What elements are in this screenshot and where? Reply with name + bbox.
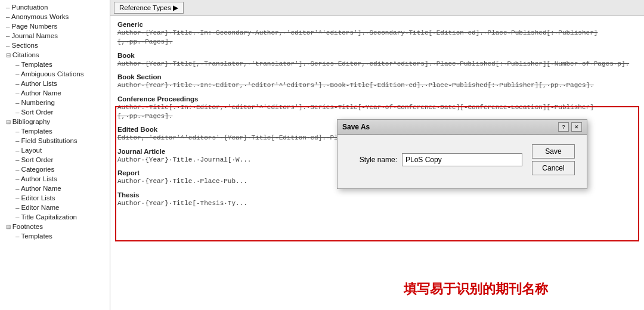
sidebar-item-editor-name[interactable]: Editor Name (0, 203, 110, 212)
sidebar-item-editor-lists[interactable]: Editor Lists (0, 193, 110, 203)
sidebar-item-punctuation[interactable]: Punctuation (0, 2, 110, 12)
dialog-controls: ? ✕ (558, 122, 582, 132)
dialog-title: Save As (342, 123, 370, 131)
sidebar-item-journal-names[interactable]: Journal Names (0, 31, 110, 41)
sidebar-item-author-lists-citations[interactable]: Author Lists (0, 79, 110, 88)
sidebar-item-layout[interactable]: Layout (0, 145, 110, 155)
section-conference-body: Author.·Title[.·In:·Editor,·'editor'^'ed… (117, 103, 637, 122)
section-thesis: Thesis Author·{Year}·Title[-Thesis·Ty... (117, 191, 637, 208)
save-as-dialog: Save As ? ✕ Style name: Save Cancel (337, 119, 587, 189)
sidebar-item-ambiguous-citations[interactable]: Ambiguous Citations (0, 69, 110, 79)
sidebar-item-field-substitutions[interactable]: Field Substitutions (0, 136, 110, 145)
section-generic-body: Author·{Year}·Title.·In:·Secondary-Autho… (117, 29, 637, 47)
section-book-body: Author·{Year}·Title[,·Translator,·'trans… (117, 60, 637, 69)
section-book-section-body: Author·{Year}·Title.·In:·Editor,·'editor… (117, 81, 637, 90)
sidebar-item-author-name-bib[interactable]: Author Name (0, 184, 110, 193)
sidebar-item-categories[interactable]: Categories (0, 165, 110, 174)
save-button[interactable]: Save (532, 144, 575, 159)
style-name-label: Style name: (349, 156, 397, 164)
sidebar-item-bib-templates[interactable]: Templates (0, 126, 110, 136)
dialog-titlebar: Save As ? ✕ (338, 120, 587, 135)
style-name-input[interactable] (402, 153, 522, 166)
sidebar-item-footnotes-templates[interactable]: Templates (0, 231, 110, 241)
section-conference: Conference Proceedings Author.·Title[.·I… (117, 95, 637, 122)
sidebar-item-author-lists-bib[interactable]: Author Lists (0, 174, 110, 184)
sidebar-item-sort-order-citations[interactable]: Sort Order (0, 107, 110, 117)
section-thesis-body: Author·{Year}·Title[-Thesis·Ty... (117, 199, 637, 208)
section-book-title: Book (117, 52, 637, 59)
sidebar-item-citations-templates[interactable]: Templates (0, 60, 110, 69)
section-book: Book Author·{Year}·Title[,·Translator,·'… (117, 52, 637, 69)
section-generic: Generic Author·{Year}·Title.·In:·Seconda… (117, 21, 637, 47)
dialog-action-buttons: Save Cancel (532, 144, 575, 175)
reference-types-button[interactable]: Reference Types ▶ (114, 2, 184, 14)
sidebar: Punctuation Anonymous Works Page Numbers… (0, 0, 110, 310)
sidebar-item-anonymous-works[interactable]: Anonymous Works (0, 12, 110, 21)
section-book-section: Book Section Author·{Year}·Title.·In:·Ed… (117, 73, 637, 90)
main-panel: Reference Types ▶ Generic Author·{Year}·… (110, 0, 644, 310)
section-thesis-title: Thesis (117, 191, 637, 199)
toolbar: Reference Types ▶ (110, 0, 644, 16)
sidebar-item-page-numbers[interactable]: Page Numbers (0, 21, 110, 31)
sidebar-item-footnotes[interactable]: Footnotes (0, 222, 110, 231)
sidebar-item-sort-order-bib[interactable]: Sort Order (0, 155, 110, 165)
sidebar-item-title-capitalization[interactable]: Title Capitalization (0, 212, 110, 222)
section-book-section-title: Book Section (117, 73, 637, 80)
dialog-minimize-button[interactable]: ? (558, 122, 569, 132)
dialog-body: Style name: Save Cancel (338, 135, 587, 188)
annotation-text: 填写易于识别的期刊名称 (337, 280, 614, 298)
sidebar-item-bibliography[interactable]: Bibliography (0, 117, 110, 126)
cancel-button[interactable]: Cancel (532, 161, 575, 175)
sidebar-item-author-name-citations[interactable]: Author Name (0, 88, 110, 98)
sidebar-item-numbering[interactable]: Numbering (0, 98, 110, 107)
section-generic-title: Generic (117, 21, 637, 28)
sidebar-item-citations[interactable]: Citations (0, 50, 110, 60)
dialog-input-row: Style name: Save Cancel (349, 144, 575, 175)
dialog-close-button[interactable]: ✕ (571, 122, 582, 132)
section-conference-title: Conference Proceedings (117, 95, 637, 103)
sidebar-item-sections[interactable]: Sections (0, 41, 110, 50)
